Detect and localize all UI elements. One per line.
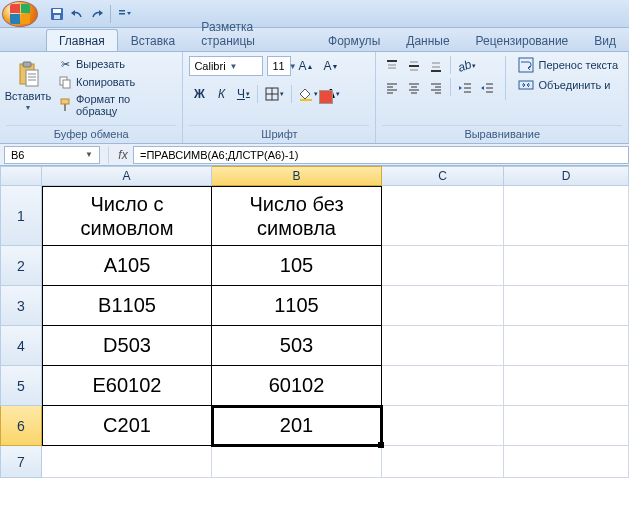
formula-input[interactable]: =ПРАВСИМВ(A6;ДЛСТР(A6)-1): [133, 146, 629, 164]
grow-font-button[interactable]: A▲: [295, 56, 316, 76]
save-icon[interactable]: [50, 7, 64, 21]
group-font: Calibri ▼ 11 ▼ A▲ A▼ Ж К Ч▾ ▾: [183, 52, 376, 143]
cell-B3[interactable]: 1105: [212, 286, 382, 326]
wrap-text-icon: [518, 57, 534, 73]
ribbon: Вставить ▼ ✂ Вырезать Копировать: [0, 52, 629, 144]
cell-A2[interactable]: A105: [42, 246, 212, 286]
fx-icon[interactable]: fx: [113, 148, 133, 162]
worksheet-grid[interactable]: ABCD 1Число с симовломЧисло без симовла2…: [0, 166, 629, 478]
font-name-combo[interactable]: Calibri ▼: [189, 56, 263, 76]
row-header-2[interactable]: 2: [0, 246, 42, 286]
shrink-font-button[interactable]: A▼: [320, 56, 341, 76]
align-middle-button[interactable]: [404, 56, 424, 76]
row-header-3[interactable]: 3: [0, 286, 42, 326]
underline-button[interactable]: Ч▾: [233, 84, 253, 104]
align-bottom-button[interactable]: [426, 56, 446, 76]
group-alignment: ab▾ Перенос текста: [376, 52, 629, 143]
tab-view[interactable]: Вид: [581, 29, 629, 51]
cell-A4[interactable]: D503: [42, 326, 212, 366]
cut-button[interactable]: ✂ Вырезать: [54, 56, 176, 72]
cell-D6[interactable]: [504, 406, 629, 446]
cell-B6[interactable]: 201: [212, 406, 382, 446]
cell-B4[interactable]: 503: [212, 326, 382, 366]
merge-button[interactable]: Объединить и: [514, 76, 622, 94]
bucket-icon: [299, 87, 313, 101]
row-header-4[interactable]: 4: [0, 326, 42, 366]
cell-C3[interactable]: [382, 286, 504, 326]
increase-indent-button[interactable]: [477, 78, 497, 98]
cell-B7[interactable]: [212, 446, 382, 478]
qat-customize-icon[interactable]: [117, 7, 131, 21]
cell-C2[interactable]: [382, 246, 504, 286]
redo-icon[interactable]: [90, 7, 104, 21]
tab-review[interactable]: Рецензирование: [463, 29, 582, 51]
svg-rect-1: [53, 9, 61, 13]
cell-C6[interactable]: [382, 406, 504, 446]
copy-button[interactable]: Копировать: [54, 74, 176, 90]
name-box[interactable]: B6 ▼: [4, 146, 100, 164]
cell-D7[interactable]: [504, 446, 629, 478]
tab-formulas[interactable]: Формулы: [315, 29, 393, 51]
cell-D2[interactable]: [504, 246, 629, 286]
ribbon-tabs: Главная Вставка Разметка страницы Формул…: [0, 28, 629, 52]
cell-C5[interactable]: [382, 366, 504, 406]
cell-A1[interactable]: Число с симовлом: [42, 186, 212, 246]
select-all-corner[interactable]: [0, 166, 42, 186]
align-center-button[interactable]: [404, 78, 424, 98]
cell-C7[interactable]: [382, 446, 504, 478]
decrease-indent-button[interactable]: [455, 78, 475, 98]
cell-A5[interactable]: E60102: [42, 366, 212, 406]
svg-rect-2: [54, 15, 60, 19]
cell-B2[interactable]: 105: [212, 246, 382, 286]
font-color-swatch: [319, 90, 333, 104]
cell-B5[interactable]: 60102: [212, 366, 382, 406]
office-button[interactable]: [2, 1, 38, 27]
paste-icon: [14, 60, 42, 88]
font-size-combo[interactable]: 11 ▼: [267, 56, 291, 76]
borders-icon: [265, 87, 279, 101]
quick-access-toolbar: [42, 5, 139, 23]
paste-button[interactable]: Вставить ▼: [6, 56, 50, 115]
row-header-6[interactable]: 6: [0, 406, 42, 446]
align-right-button[interactable]: [426, 78, 446, 98]
italic-button[interactable]: К: [211, 84, 231, 104]
bold-button[interactable]: Ж: [189, 84, 209, 104]
cell-D3[interactable]: [504, 286, 629, 326]
orientation-button[interactable]: ab▾: [455, 56, 478, 76]
tab-home[interactable]: Главная: [46, 29, 118, 51]
cell-A3[interactable]: B1105: [42, 286, 212, 326]
font-size-value: 11: [272, 60, 284, 72]
undo-icon[interactable]: [70, 7, 84, 21]
row-header-7[interactable]: 7: [0, 446, 42, 478]
svg-rect-3: [119, 10, 125, 12]
cell-D4[interactable]: [504, 326, 629, 366]
cell-A6[interactable]: C201: [42, 406, 212, 446]
copy-icon: [58, 75, 72, 89]
column-header-B[interactable]: B: [212, 166, 382, 186]
align-left-button[interactable]: [382, 78, 402, 98]
group-clipboard: Вставить ▼ ✂ Вырезать Копировать: [0, 52, 183, 143]
cell-A7[interactable]: [42, 446, 212, 478]
cell-C4[interactable]: [382, 326, 504, 366]
cell-B1[interactable]: Число без симовла: [212, 186, 382, 246]
cell-D5[interactable]: [504, 366, 629, 406]
align-top-button[interactable]: [382, 56, 402, 76]
column-header-D[interactable]: D: [504, 166, 629, 186]
svg-rect-47: [519, 81, 533, 89]
tab-insert[interactable]: Вставка: [118, 29, 189, 51]
svg-rect-7: [26, 70, 38, 86]
borders-button[interactable]: ▾: [262, 84, 287, 104]
wrap-text-button[interactable]: Перенос текста: [514, 56, 622, 74]
column-header-A[interactable]: A: [42, 166, 212, 186]
cell-C1[interactable]: [382, 186, 504, 246]
formula-text: =ПРАВСИМВ(A6;ДЛСТР(A6)-1): [140, 149, 298, 161]
fill-color-button[interactable]: ▾: [296, 84, 321, 104]
row-header-5[interactable]: 5: [0, 366, 42, 406]
row-header-1[interactable]: 1: [0, 186, 42, 246]
tab-page-layout[interactable]: Разметка страницы: [188, 15, 315, 51]
tab-data[interactable]: Данные: [393, 29, 462, 51]
name-box-value: B6: [11, 149, 24, 161]
format-painter-button[interactable]: Формат по образцу: [54, 92, 176, 118]
column-header-C[interactable]: C: [382, 166, 504, 186]
cell-D1[interactable]: [504, 186, 629, 246]
